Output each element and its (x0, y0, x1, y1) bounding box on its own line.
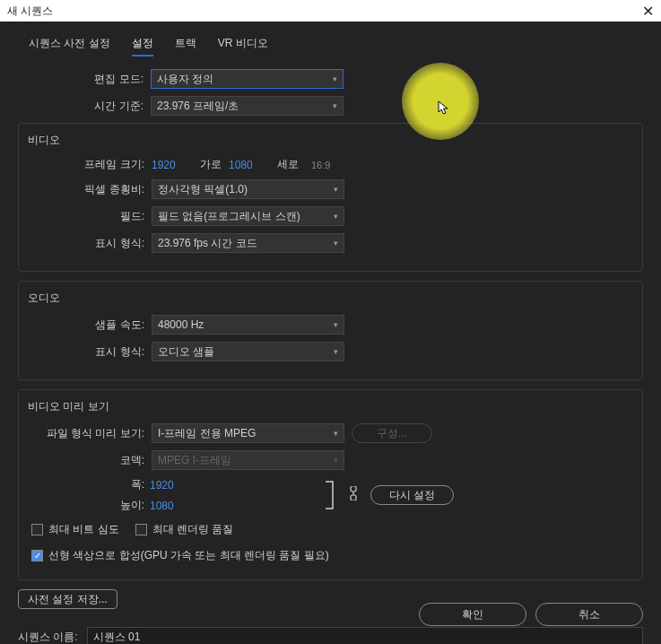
chevron-down-icon: ▾ (334, 456, 338, 465)
vertical-label: 세로 (277, 157, 299, 172)
preview-width-label: 폭: (31, 477, 144, 492)
frame-height-input[interactable]: 1080 (229, 159, 270, 171)
timebase-dropdown[interactable]: 23.976 프레임/초 ▾ (151, 96, 344, 116)
fields-value: 필드 없음(프로그레시브 스캔) (158, 209, 300, 224)
link-icon[interactable] (349, 486, 358, 504)
frame-width-input[interactable]: 1920 (152, 159, 193, 171)
video-section: 비디오 프레임 크기: 1920 가로 1080 세로 16:9 픽셀 종횡비:… (18, 123, 643, 272)
save-preset-button[interactable]: 사전 설정 저장... (18, 589, 117, 609)
codec-dropdown: MPEG I-프레임 ▾ (152, 450, 344, 470)
audio-display-format-dropdown[interactable]: 오디오 샘플 ▾ (152, 342, 344, 361)
linear-color-label: 선형 색상으로 합성(GPU 가속 또는 최대 렌더링 품질 필요) (48, 548, 329, 563)
frame-size-label: 프레임 크기: (31, 157, 144, 172)
codec-value: MPEG I-프레임 (158, 453, 231, 468)
edit-mode-dropdown[interactable]: 사용자 정의 ▾ (151, 69, 344, 89)
chevron-down-icon: ▾ (333, 74, 337, 83)
sequence-name-label: 시퀀스 이름: (18, 630, 78, 645)
fields-label: 필드: (31, 209, 144, 224)
cancel-button[interactable]: 취소 (535, 603, 643, 626)
ok-button[interactable]: 확인 (419, 603, 526, 626)
linear-color-checkbox[interactable]: ✓ (31, 550, 43, 561)
file-format-label: 파일 형식 미리 보기: (31, 426, 144, 441)
horizontal-label: 가로 (200, 157, 222, 172)
timebase-label: 시간 기준: (18, 99, 144, 114)
audio-display-format-value: 오디오 샘플 (158, 344, 214, 360)
tab-vr[interactable]: VR 비디오 (218, 36, 268, 57)
sample-rate-label: 샘플 속도: (31, 318, 144, 333)
video-display-format-value: 23.976 fps 시간 코드 (158, 236, 257, 251)
file-format-dropdown[interactable]: I-프레임 전용 MPEG ▾ (152, 423, 344, 443)
chevron-down-icon: ▾ (334, 320, 338, 329)
pixel-aspect-value: 정사각형 픽셀(1.0) (158, 182, 248, 197)
edit-mode-label: 편집 모드: (18, 72, 144, 87)
svg-rect-0 (351, 486, 356, 492)
max-render-quality-label: 최대 렌더링 품질 (152, 522, 234, 537)
chevron-down-icon: ▾ (334, 239, 338, 248)
video-section-title: 비디오 (28, 133, 630, 148)
chevron-down-icon: ▾ (333, 101, 337, 110)
tab-preset[interactable]: 시퀀스 사전 설정 (29, 36, 110, 57)
preview-height-label: 높이: (31, 498, 144, 513)
preview-height-input[interactable]: 1080 (150, 500, 191, 512)
chevron-down-icon: ▾ (334, 347, 338, 356)
chevron-down-icon: ▾ (334, 429, 338, 438)
tab-tracks[interactable]: 트랙 (175, 36, 196, 57)
max-render-quality-checkbox[interactable] (135, 524, 147, 535)
max-bit-depth-checkbox[interactable] (31, 524, 43, 535)
svg-rect-1 (351, 495, 356, 500)
window-title: 새 시퀀스 (7, 4, 53, 19)
audio-section-title: 오디오 (28, 291, 630, 306)
close-icon[interactable]: ✕ (642, 3, 654, 20)
configure-button: 구성... (352, 423, 432, 443)
audio-display-format-label: 표시 형식: (31, 344, 144, 360)
file-format-value: I-프레임 전용 MPEG (158, 426, 256, 441)
preview-section-title: 비디오 미리 보기 (28, 399, 630, 414)
max-bit-depth-label: 최대 비트 심도 (48, 522, 119, 537)
pixel-aspect-label: 픽셀 종횡비: (31, 182, 144, 197)
fields-dropdown[interactable]: 필드 없음(프로그레시브 스캔) ▾ (152, 206, 344, 226)
video-display-format-dropdown[interactable]: 23.976 fps 시간 코드 ▾ (152, 233, 344, 253)
pixel-aspect-dropdown[interactable]: 정사각형 픽셀(1.0) ▾ (152, 179, 344, 199)
sample-rate-value: 48000 Hz (158, 318, 204, 331)
titlebar: 새 시퀀스 ✕ (0, 0, 661, 22)
preview-width-input[interactable]: 1920 (150, 479, 191, 492)
timebase-value: 23.976 프레임/초 (157, 99, 239, 114)
aspect-ratio: 16:9 (311, 160, 330, 170)
chevron-down-icon: ▾ (334, 185, 338, 194)
sample-rate-dropdown[interactable]: 48000 Hz ▾ (152, 315, 344, 335)
codec-label: 코덱: (31, 453, 144, 468)
tab-settings[interactable]: 설정 (132, 36, 153, 57)
reset-button[interactable]: 다시 설정 (370, 485, 454, 505)
preview-section: 비디오 미리 보기 파일 형식 미리 보기: I-프레임 전용 MPEG ▾ 구… (18, 389, 643, 580)
audio-section: 오디오 샘플 속도: 48000 Hz ▾ 표시 형식: 오디오 샘플 ▾ (18, 281, 643, 380)
chevron-down-icon: ▾ (334, 212, 338, 221)
video-display-format-label: 표시 형식: (31, 236, 144, 251)
tabs: 시퀀스 사전 설정 설정 트랙 VR 비디오 (29, 36, 643, 57)
edit-mode-value: 사용자 정의 (157, 72, 213, 87)
bracket-icon (326, 480, 336, 510)
